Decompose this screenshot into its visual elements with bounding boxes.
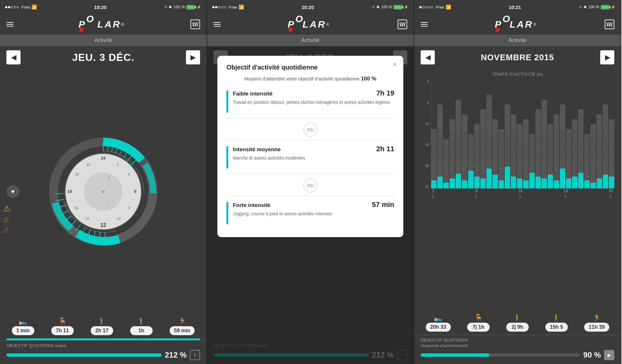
bar-cyan-7 xyxy=(474,177,480,188)
monthly-sleep-icon: 🛌 xyxy=(434,314,442,322)
activity-item-walk2: 🚶 1h xyxy=(130,317,153,335)
bar-cyan-10 xyxy=(492,175,498,188)
ou-circle-2: OU xyxy=(303,178,317,193)
bar-group-3 xyxy=(450,80,455,188)
x-group-23: 23 L xyxy=(564,189,568,198)
warning-icons: ⚠ ⚠ ⚠ xyxy=(3,204,11,234)
signal-dot xyxy=(17,6,19,8)
bar-gray-5 xyxy=(462,114,467,188)
menu-button-3[interactable] xyxy=(421,22,428,27)
next-day-button[interactable]: ▶ xyxy=(186,50,200,64)
chart-wrapper: 22 18 14 10 6 2 2 L 9 xyxy=(421,80,614,198)
carrier-label-3: Free xyxy=(436,5,444,10)
warning-icon-3: ⚠ xyxy=(3,226,11,234)
svg-text:20: 20 xyxy=(75,172,79,176)
objective-bar-1: OBJECTIF QUOTIDIEN statut 212 % i xyxy=(0,340,206,364)
bar-cyan-26 xyxy=(590,183,596,188)
bar-cyan-29 xyxy=(609,177,614,188)
modal-subtitle: Moyens d'atteindre votre objectif d'acti… xyxy=(226,75,394,83)
bar-cyan-6 xyxy=(468,171,474,188)
month-title: NOVEMBRE 2015 xyxy=(481,53,554,62)
bar-group-12 xyxy=(505,80,510,188)
screen-2: Free 📶 10:20 ↗ ✱ 100 % ⚡ POLAR® xyxy=(207,0,414,364)
svg-text:22: 22 xyxy=(86,163,90,167)
monthly-sit: 🪑 7j 1h xyxy=(467,314,490,332)
walk2-value: 1h xyxy=(130,326,153,335)
prev-day-button[interactable]: ◀ xyxy=(6,50,21,64)
svg-text:6: 6 xyxy=(134,189,136,194)
calendar-button-3[interactable] xyxy=(605,20,614,29)
svg-text:14: 14 xyxy=(85,217,89,220)
battery-percent: 100 xyxy=(173,5,180,9)
bar-group-10 xyxy=(492,80,498,188)
info-button-1[interactable]: i xyxy=(190,350,200,360)
status-bar-3: Free 📶 10:21 ↗ ✱ 100 % ⚡ xyxy=(414,0,621,14)
bar-cyan-3 xyxy=(450,178,455,188)
activity-icons-3: 🛌 20h 33 🪑 7j 1h 🚶 2j 9h 🚶 15h 5 🏃 xyxy=(414,314,621,334)
signal-dots-2 xyxy=(212,6,226,8)
prev-month-button[interactable]: ◀ xyxy=(421,50,435,64)
bar-cyan-2 xyxy=(443,183,449,188)
monthly-sit-icon: 🪑 xyxy=(474,314,483,322)
intensity-header-high: Forte intensité 57 min xyxy=(233,201,394,209)
monthly-walk2: 🚶 15h 5 xyxy=(545,314,568,332)
menu-button-1[interactable] xyxy=(6,22,13,27)
activity-goal-modal: × Objectif d'activité quotidienne Moyens… xyxy=(217,56,403,237)
sleep-value: 1 min xyxy=(12,326,34,335)
warning-icon-1: ⚠ xyxy=(3,204,11,214)
svg-text:16: 16 xyxy=(74,206,78,210)
obj-row-1: 212 % i xyxy=(6,350,200,360)
bar-group-22 xyxy=(566,80,571,188)
monthly-sleep-val: 20h 33 xyxy=(426,323,451,332)
monthly-obj-row: 90 % ▶ xyxy=(421,350,614,360)
battery-icon-1 xyxy=(187,5,195,9)
bar-cyan-17 xyxy=(535,177,541,188)
bar-group-2 xyxy=(443,80,449,188)
calendar-button-2[interactable] xyxy=(398,20,407,29)
wifi-icon: 📶 xyxy=(31,4,37,10)
intensity-info-high: Forte intensité 57 min Jogging, course à… xyxy=(233,201,394,217)
date-header-1: ◀ JEU. 3 DÉC. ▶ xyxy=(0,46,206,69)
intensity-bar-high xyxy=(226,202,228,224)
sit-value: 7h 11 xyxy=(51,326,74,335)
bar-group-1 xyxy=(437,80,443,188)
bar-group-20 xyxy=(554,80,559,188)
chart-title: TEMPS D'ACTIVITÉ (h) xyxy=(421,72,614,77)
svg-text:8: 8 xyxy=(129,206,130,210)
bar-gray-27 xyxy=(597,114,602,188)
monthly-obj-sublabel: moyenne d'achèvement xyxy=(421,343,614,348)
calendar-button-1[interactable] xyxy=(190,20,200,29)
signal-dot xyxy=(8,6,10,8)
bar-group-15 xyxy=(523,80,528,188)
intensity-time-medium: 2h 11 xyxy=(376,145,394,153)
heart-button[interactable]: ♥ xyxy=(6,185,19,198)
signal-dots-1 xyxy=(5,6,19,8)
carrier-label: Free xyxy=(21,5,30,10)
bar-group-13 xyxy=(511,80,516,188)
activity-item-sleep: 🛌 1 min xyxy=(12,317,34,335)
modal-close-button[interactable]: × xyxy=(393,61,397,68)
menu-button-2[interactable] xyxy=(214,22,221,27)
svg-text:☀: ☀ xyxy=(105,203,110,209)
sit-icon: 🪑 xyxy=(58,317,67,326)
modal-title: Objectif d'activité quotidienne xyxy=(226,63,394,71)
activity-item-walk: 🚶 2h 17 xyxy=(91,317,113,335)
bar-group-21 xyxy=(560,80,565,188)
carrier-label-2: Free xyxy=(229,5,237,10)
monthly-sleep: 🛌 20h 33 xyxy=(426,314,451,332)
y-label-18: 18 xyxy=(425,164,429,168)
svg-line-27 xyxy=(130,160,136,166)
next-month-button[interactable]: ▶ xyxy=(600,50,614,64)
svg-line-31 xyxy=(105,232,105,241)
monthly-progress-fill xyxy=(421,353,489,357)
bar-gray-2 xyxy=(443,139,449,188)
bar-cyan-16 xyxy=(529,173,535,188)
bar-cyan-24 xyxy=(578,173,584,188)
obj-percent-1: 212 % xyxy=(165,351,187,360)
bar-cyan-13 xyxy=(511,177,516,188)
bar-gray-18 xyxy=(542,100,547,188)
next-button-3[interactable]: ▶ xyxy=(604,350,614,360)
battery-icon-2 xyxy=(394,5,402,9)
status-left-3: Free 📶 xyxy=(419,4,451,10)
activite-bar-2: Activité xyxy=(207,35,414,46)
